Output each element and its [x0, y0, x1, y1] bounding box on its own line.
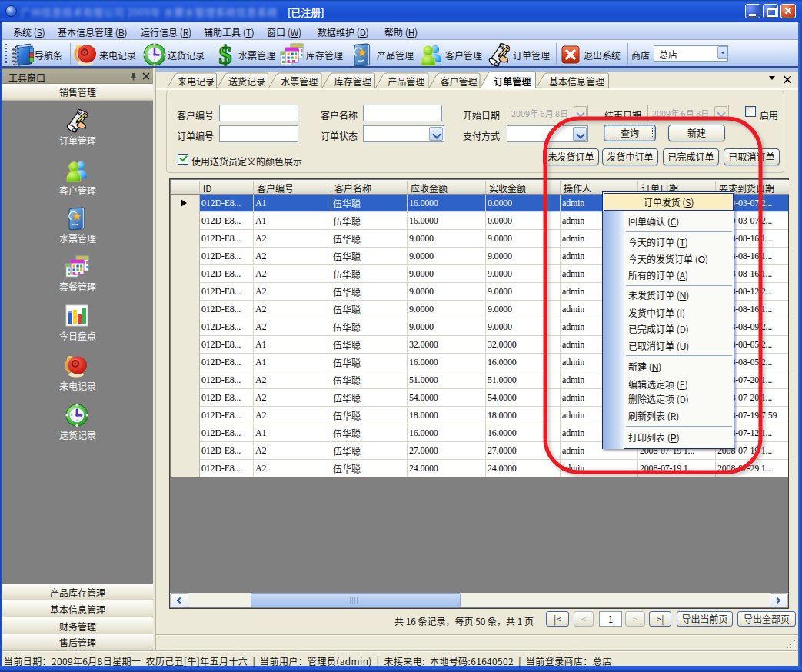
svg-text:$: $: [219, 42, 232, 67]
